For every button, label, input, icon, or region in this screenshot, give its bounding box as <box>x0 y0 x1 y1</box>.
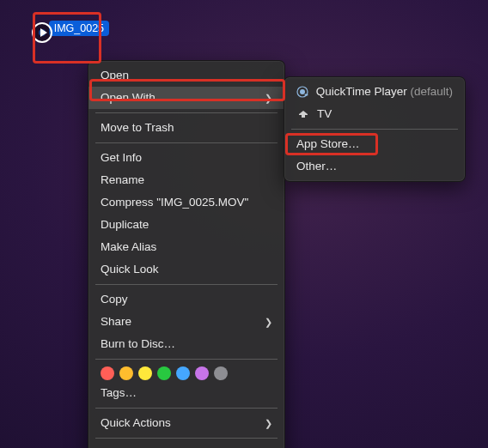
menu-item-move-to-trash[interactable]: Move to Trash <box>88 117 284 139</box>
menu-item-copy[interactable]: Copy <box>88 288 284 311</box>
menu-label: Copy <box>101 292 272 307</box>
menu-label: Quick Actions <box>101 415 265 431</box>
submenu-item-quicktime[interactable]: QuickTime Player (default) <box>284 81 465 103</box>
menu-label: Make Alias <box>101 239 272 255</box>
menu-item-open[interactable]: Open <box>88 64 284 87</box>
tv-icon <box>296 107 310 121</box>
chevron-right-icon: ❯ <box>265 314 272 330</box>
svg-point-1 <box>300 89 305 94</box>
menu-item-get-info[interactable]: Get Info <box>88 147 284 169</box>
tag-color-row <box>88 363 284 382</box>
menu-label: Tags… <box>101 385 272 401</box>
menu-separator <box>95 408 278 409</box>
file-thumbnail <box>39 29 46 36</box>
menu-item-share[interactable]: Share ❯ <box>88 311 284 333</box>
desktop-file[interactable]: IMG_0025 <box>36 15 112 39</box>
svg-rect-2 <box>305 94 308 96</box>
file-label: IMG_0025 <box>49 21 109 36</box>
menu-item-tags[interactable]: Tags… <box>88 382 284 404</box>
tag-dot-purple[interactable] <box>195 366 209 380</box>
chevron-right-icon: ❯ <box>265 90 272 106</box>
menu-separator <box>291 129 458 130</box>
menu-item-quick-actions[interactable]: Quick Actions ❯ <box>88 412 284 434</box>
menu-label: Quick Look <box>101 262 272 277</box>
menu-item-quick-look[interactable]: Quick Look <box>88 258 284 281</box>
menu-separator <box>95 359 278 360</box>
menu-item-encode[interactable]: Encode Selected Video Files <box>88 442 284 448</box>
menu-label: Open <box>101 68 272 83</box>
menu-label: Burn to Disc… <box>101 336 272 352</box>
menu-label: QuickTime Player (default) <box>316 84 453 100</box>
menu-item-burn-to-disc[interactable]: Burn to Disc… <box>88 333 284 355</box>
menu-separator <box>95 112 278 113</box>
menu-label: Share <box>101 314 265 330</box>
submenu-quicktime-name: QuickTime Player <box>316 85 407 98</box>
file-name-text: IMG_0025 <box>54 22 104 34</box>
open-with-submenu: QuickTime Player (default) TV App Store…… <box>284 76 466 182</box>
submenu-item-other[interactable]: Other… <box>284 155 465 178</box>
menu-label: Other… <box>296 159 453 174</box>
play-icon <box>32 22 52 43</box>
menu-item-open-with[interactable]: Open With ❯ <box>88 87 284 109</box>
quicktime-icon <box>296 85 309 99</box>
menu-label: Open With <box>101 90 265 106</box>
tag-dot-blue[interactable] <box>176 366 190 380</box>
chevron-right-icon: ❯ <box>265 415 272 431</box>
menu-item-make-alias[interactable]: Make Alias <box>88 236 284 258</box>
tag-dot-yellow[interactable] <box>138 366 152 380</box>
tag-dot-red[interactable] <box>101 366 114 380</box>
tag-dot-gray[interactable] <box>214 366 228 380</box>
menu-label: Duplicate <box>101 217 272 233</box>
submenu-item-app-store[interactable]: App Store… <box>284 133 465 155</box>
context-menu: Open Open With ❯ Move to Trash Get Info … <box>88 60 285 448</box>
menu-label: TV <box>317 106 453 122</box>
menu-label: Compress "IMG_0025.MOV" <box>101 195 272 210</box>
menu-label: Get Info <box>101 150 272 166</box>
menu-item-duplicate[interactable]: Duplicate <box>88 214 284 236</box>
menu-label: Move to Trash <box>101 120 272 136</box>
menu-separator <box>95 438 278 439</box>
menu-separator <box>95 142 278 143</box>
submenu-item-tv[interactable]: TV <box>284 103 465 125</box>
submenu-quicktime-suffix: (default) <box>407 85 453 98</box>
menu-separator <box>95 284 278 285</box>
menu-label: App Store… <box>296 136 453 152</box>
svg-marker-3 <box>299 111 308 118</box>
menu-label: Rename <box>101 173 272 188</box>
tag-dot-green[interactable] <box>157 366 171 380</box>
menu-item-compress[interactable]: Compress "IMG_0025.MOV" <box>88 191 284 214</box>
menu-item-rename[interactable]: Rename <box>88 169 284 191</box>
tag-dot-orange[interactable] <box>119 366 133 380</box>
